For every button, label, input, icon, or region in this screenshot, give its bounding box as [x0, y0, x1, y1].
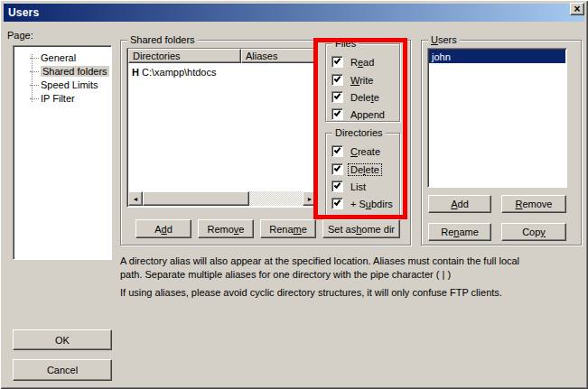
- tree-dash: [30, 98, 39, 99]
- directories-group-label: Directories: [332, 127, 386, 138]
- checkbox-box: [331, 74, 343, 86]
- checkbox-files-delete[interactable]: Delete: [331, 91, 381, 103]
- checkbox-files-append[interactable]: Append: [331, 108, 387, 120]
- checkbox-dirs-create[interactable]: Create: [331, 145, 382, 157]
- check-icon: [334, 75, 341, 82]
- check-icon: [334, 92, 341, 99]
- checkbox-dirs-delete[interactable]: Delete: [331, 163, 381, 175]
- shared-folders-list[interactable]: Directories Aliases H C:\xampp\htdocs ◄ …: [126, 48, 318, 208]
- set-as-home-dir-button[interactable]: Set as home dir: [322, 219, 400, 238]
- scroll-right-icon[interactable]: ►: [303, 191, 317, 206]
- checkbox-label: Append: [349, 109, 387, 120]
- checkbox-label: Create: [349, 146, 382, 157]
- sidebar-item-label: General: [41, 52, 76, 63]
- sidebar-item-label: Speed Limits: [41, 79, 98, 90]
- scrollbar-thumb[interactable]: [143, 191, 249, 206]
- column-header-aliases[interactable]: Aliases: [241, 49, 317, 63]
- checkbox-dirs-list[interactable]: List: [331, 181, 368, 192]
- users-listbox[interactable]: john: [427, 48, 567, 188]
- checkbox-label: Write: [349, 75, 375, 86]
- alias-help-text-line1: A directory alias will also appear at th…: [120, 255, 519, 266]
- checkbox-label-focused: Delete: [349, 164, 381, 175]
- close-icon[interactable]: ×: [570, 3, 584, 15]
- files-group-label: Files: [332, 38, 359, 49]
- users-group-label: Users: [428, 34, 460, 45]
- user-name: john: [432, 51, 451, 62]
- cancel-button[interactable]: Cancel: [13, 359, 112, 381]
- list-item-user-selected[interactable]: john: [429, 50, 565, 63]
- sidebar-item-general[interactable]: General: [30, 51, 76, 64]
- remove-folder-button[interactable]: Remove: [198, 219, 254, 238]
- sidebar-item-label-selected: Shared folders: [41, 66, 109, 77]
- sidebar-item-label: IP Filter: [41, 93, 75, 104]
- checkbox-box: [331, 145, 343, 157]
- checkbox-label: Read: [349, 57, 376, 68]
- checkbox-box: [331, 56, 343, 68]
- directory-path: C:\xampp\htdocs: [142, 67, 217, 78]
- title-bar[interactable]: Users: [4, 4, 584, 22]
- checkbox-box: [331, 163, 343, 175]
- check-icon: [334, 181, 341, 189]
- column-header-label: Aliases: [246, 51, 277, 61]
- column-header-label: Directories: [133, 51, 181, 61]
- scroll-left-icon[interactable]: ◄: [128, 191, 143, 206]
- checkbox-label: Delete: [349, 92, 381, 103]
- tree-dash: [30, 85, 39, 86]
- tree-dash: [30, 58, 39, 59]
- remove-user-button[interactable]: Remove: [501, 195, 566, 213]
- checkbox-files-write[interactable]: Write: [331, 74, 375, 86]
- checkbox-box: [331, 108, 343, 120]
- copy-user-button[interactable]: Copy: [501, 223, 566, 241]
- check-icon: [334, 164, 341, 171]
- add-folder-button[interactable]: Add: [135, 219, 191, 238]
- home-directory-marker: H: [128, 67, 142, 78]
- checkbox-box: [331, 198, 343, 209]
- sidebar-item-ip-filter[interactable]: IP Filter: [30, 92, 75, 105]
- column-header-directories[interactable]: Directories: [128, 49, 241, 63]
- check-icon: [334, 146, 341, 153]
- alias-help-text-line3: If using aliases, please avoid cyclic di…: [120, 287, 502, 298]
- checkbox-label: + Subdirs: [349, 199, 395, 209]
- shared-folders-group-label: Shared folders: [127, 34, 198, 45]
- sidebar-item-shared-folders[interactable]: Shared folders: [30, 65, 109, 78]
- checkbox-dirs-subdirs[interactable]: + Subdirs: [331, 198, 395, 209]
- sidebar-item-speed-limits[interactable]: Speed Limits: [30, 79, 98, 91]
- users-dialog: Users × Page: General Shared folders Spe…: [0, 0, 588, 389]
- window-title: Users: [8, 6, 39, 19]
- table-row-home-directory[interactable]: H C:\xampp\htdocs: [128, 65, 217, 79]
- checkbox-label: List: [349, 181, 368, 192]
- rename-user-button[interactable]: Rename: [428, 223, 491, 241]
- rename-folder-button[interactable]: Rename: [260, 219, 316, 238]
- page-label: Page:: [7, 30, 33, 41]
- horizontal-scrollbar[interactable]: ◄ ►: [128, 191, 317, 206]
- ok-button[interactable]: OK: [13, 329, 112, 350]
- checkbox-box: [331, 91, 343, 103]
- check-icon: [334, 57, 341, 64]
- check-icon: [334, 199, 341, 206]
- alias-help-text-line2: path. Separate multiple aliases for one …: [120, 269, 451, 280]
- page-listbox: General Shared folders Speed Limits IP F…: [13, 45, 112, 260]
- add-user-button[interactable]: Add: [428, 195, 491, 213]
- check-icon: [334, 109, 341, 116]
- checkbox-files-read[interactable]: Read: [331, 56, 376, 68]
- tree-dash: [30, 71, 39, 72]
- checkbox-box: [331, 181, 343, 192]
